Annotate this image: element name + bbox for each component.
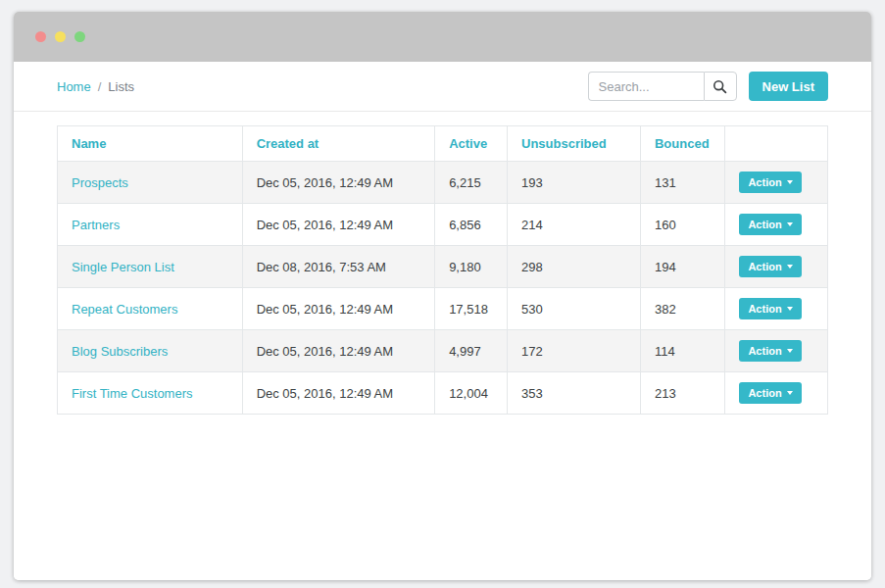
page-content: Home / Lists New List [14, 62, 871, 580]
active-cell: 12,004 [435, 372, 508, 415]
page-header: Home / Lists New List [14, 62, 871, 112]
table-row: First Time Customers Dec 05, 2016, 12:49… [58, 372, 828, 415]
bounced-cell: 160 [640, 204, 724, 246]
search-icon [713, 79, 727, 94]
list-name-link[interactable]: First Time Customers [72, 386, 193, 401]
table-container: Name Created at Active Unsubscribed Boun… [14, 112, 871, 415]
name-cell: Blog Subscribers [58, 330, 243, 372]
created-at-cell: Dec 05, 2016, 12:49 AM [242, 204, 435, 246]
search-button[interactable] [704, 72, 737, 101]
bounced-cell: 131 [640, 162, 724, 204]
table-row: Repeat Customers Dec 05, 2016, 12:49 AM … [58, 288, 828, 330]
caret-down-icon [787, 222, 793, 226]
active-cell: 9,180 [435, 246, 508, 288]
caret-down-icon [787, 265, 793, 269]
action-cell: Action [725, 330, 828, 372]
created-at-cell: Dec 05, 2016, 12:49 AM [242, 162, 435, 204]
window-titlebar [14, 12, 871, 62]
created-at-cell: Dec 05, 2016, 12:49 AM [242, 372, 435, 415]
unsubscribed-cell: 298 [508, 246, 641, 288]
name-cell: First Time Customers [58, 372, 243, 415]
action-button-label: Action [748, 219, 781, 230]
caret-down-icon [787, 180, 793, 184]
action-button[interactable]: Action [739, 256, 801, 277]
unsubscribed-cell: 193 [508, 162, 641, 204]
table-row: Prospects Dec 05, 2016, 12:49 AM 6,215 1… [58, 162, 828, 204]
lists-table: Name Created at Active Unsubscribed Boun… [57, 125, 828, 415]
bounced-cell: 114 [640, 330, 724, 372]
new-list-button[interactable]: New List [749, 72, 828, 101]
action-cell: Action [725, 204, 828, 246]
bounced-cell: 213 [640, 372, 724, 415]
list-name-link[interactable]: Blog Subscribers [72, 344, 168, 359]
active-cell: 17,518 [435, 288, 508, 330]
minimize-window-button[interactable] [55, 31, 66, 42]
action-cell: Action [725, 162, 828, 204]
action-button[interactable]: Action [739, 172, 801, 193]
caret-down-icon [787, 349, 793, 353]
list-name-link[interactable]: Single Person List [72, 260, 174, 274]
maximize-window-button[interactable] [74, 31, 85, 42]
action-button-label: Action [748, 261, 781, 272]
name-cell: Partners [58, 204, 243, 246]
name-cell: Repeat Customers [58, 288, 243, 330]
column-header-active: Active [435, 126, 508, 162]
action-cell: Action [725, 372, 828, 415]
action-button-label: Action [748, 387, 781, 399]
active-cell: 4,997 [435, 330, 508, 372]
caret-down-icon [787, 391, 793, 395]
unsubscribed-cell: 353 [508, 372, 641, 415]
caret-down-icon [787, 307, 793, 311]
unsubscribed-cell: 214 [508, 204, 641, 246]
active-cell: 6,215 [435, 162, 508, 204]
action-button-label: Action [748, 345, 781, 357]
action-button-label: Action [748, 303, 781, 315]
list-name-link[interactable]: Repeat Customers [72, 302, 177, 317]
browser-window: Home / Lists New List [14, 12, 871, 580]
bounced-cell: 382 [640, 288, 724, 330]
search-group [588, 72, 737, 101]
breadcrumb-separator: / [98, 79, 102, 94]
table-row: Single Person List Dec 08, 2016, 7:53 AM… [58, 246, 828, 288]
created-at-cell: Dec 08, 2016, 7:53 AM [242, 246, 435, 288]
list-name-link[interactable]: Partners [72, 218, 120, 232]
breadcrumb: Home / Lists [57, 79, 134, 94]
unsubscribed-cell: 530 [508, 288, 641, 330]
bounced-cell: 194 [640, 246, 724, 288]
column-header-name: Name [58, 126, 243, 162]
active-cell: 6,856 [435, 204, 508, 246]
created-at-cell: Dec 05, 2016, 12:49 AM [242, 288, 435, 330]
list-name-link[interactable]: Prospects [72, 175, 128, 190]
action-cell: Action [725, 288, 828, 330]
header-actions: New List [588, 72, 828, 101]
action-button-label: Action [748, 176, 781, 188]
close-window-button[interactable] [35, 31, 46, 42]
action-button[interactable]: Action [739, 382, 801, 404]
name-cell: Prospects [58, 162, 243, 204]
table-row: Blog Subscribers Dec 05, 2016, 12:49 AM … [58, 330, 828, 372]
table-row: Partners Dec 05, 2016, 12:49 AM 6,856 21… [58, 204, 828, 246]
breadcrumb-home-link[interactable]: Home [57, 79, 91, 94]
column-header-actions [725, 126, 828, 162]
action-button[interactable]: Action [739, 340, 801, 362]
breadcrumb-current: Lists [108, 79, 134, 94]
created-at-cell: Dec 05, 2016, 12:49 AM [242, 330, 435, 372]
action-cell: Action [725, 246, 828, 288]
column-header-unsubscribed: Unsubscribed [508, 126, 641, 162]
search-input[interactable] [588, 72, 704, 101]
name-cell: Single Person List [58, 246, 243, 288]
unsubscribed-cell: 172 [508, 330, 641, 372]
column-header-bounced: Bounced [640, 126, 724, 162]
action-button[interactable]: Action [739, 298, 801, 319]
column-header-created-at: Created at [242, 126, 435, 162]
table-body: Prospects Dec 05, 2016, 12:49 AM 6,215 1… [58, 162, 828, 415]
table-header-row: Name Created at Active Unsubscribed Boun… [58, 126, 828, 162]
action-button[interactable]: Action [739, 214, 801, 235]
desktop-background: Home / Lists New List [0, 0, 885, 588]
